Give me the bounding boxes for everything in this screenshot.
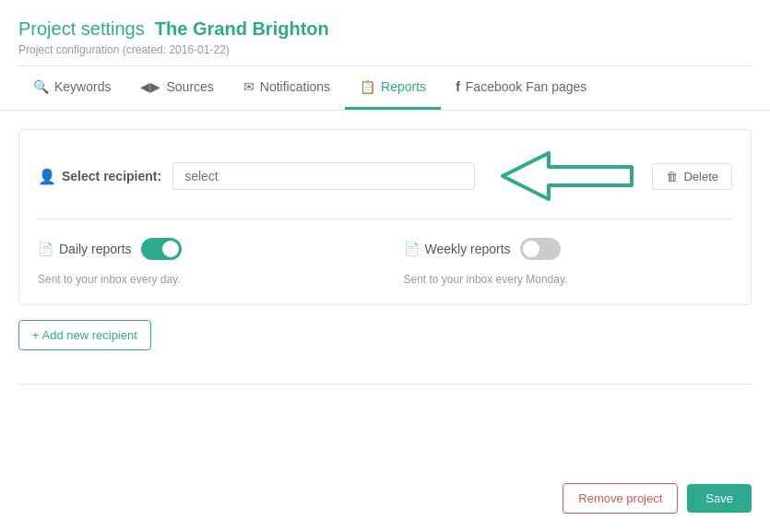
daily-report-desc: Sent to your inbox every day. — [38, 273, 367, 286]
facebook-icon: f — [456, 79, 460, 94]
page-subtitle: Project configuration (created: 2016-01-… — [18, 43, 752, 56]
daily-report-icon: 📄 — [38, 242, 53, 256]
trash-icon: 🗑 — [666, 170, 678, 183]
svg-marker-0 — [503, 153, 632, 199]
daily-report-text: Daily reports — [59, 242, 132, 256]
tab-reports-label: Reports — [381, 79, 426, 94]
recipient-card: 👤 Select recipient: 🗑 Delete — [18, 129, 752, 305]
daily-report-label: 📄 Daily reports — [38, 242, 132, 256]
project-name: The Grand Brighton — [155, 18, 329, 39]
daily-report-item: 📄 Daily reports Sent to your inbox every… — [38, 238, 367, 286]
reports-icon: 📋 — [360, 79, 375, 94]
notifications-icon: ✉ — [243, 79, 255, 94]
sources-icon: ◀▶ — [140, 79, 160, 94]
add-recipient-button[interactable]: + Add new recipient — [18, 320, 151, 350]
weekly-report-item: 📄 Weekly reports Sent to your inbox ever… — [404, 238, 733, 286]
tab-notifications-label: Notifications — [260, 79, 330, 94]
tab-facebook-label: Facebook Fan pages — [466, 79, 587, 94]
weekly-report-label: 📄 Weekly reports — [404, 242, 511, 256]
delete-button[interactable]: 🗑 Delete — [652, 163, 732, 190]
page-header: Project settings The Grand Brighton Proj… — [0, 0, 770, 65]
select-recipient-row: 👤 Select recipient: 🗑 Delete — [38, 148, 732, 219]
bottom-divider — [18, 384, 752, 384]
select-recipient-text: Select recipient: — [62, 169, 161, 183]
daily-report-toggle[interactable] — [141, 238, 182, 260]
weekly-report-toggle[interactable] — [520, 238, 561, 260]
reports-row: 📄 Daily reports Sent to your inbox every… — [38, 238, 732, 286]
main-content: 👤 Select recipient: 🗑 Delete — [0, 111, 770, 369]
title-static: Project settings — [18, 18, 145, 39]
weekly-report-header: 📄 Weekly reports — [404, 238, 733, 260]
footer-actions: Remove project Save — [563, 483, 752, 514]
select-recipient-label: 👤 Select recipient: — [38, 168, 161, 185]
tab-facebook[interactable]: f Facebook Fan pages — [441, 66, 601, 110]
tab-reports[interactable]: 📋 Reports — [345, 66, 441, 110]
add-recipient-label: + Add new recipient — [32, 328, 137, 342]
save-label: Save — [705, 491, 733, 505]
weekly-report-icon: 📄 — [404, 242, 420, 256]
arrow-annotation — [493, 148, 641, 204]
tab-notifications[interactable]: ✉ Notifications — [229, 66, 345, 110]
tab-keywords[interactable]: 🔍 Keywords — [18, 66, 125, 110]
weekly-report-desc: Sent to your inbox every Monday. — [404, 273, 733, 286]
remove-project-label: Remove project — [578, 491, 662, 505]
weekly-report-text: Weekly reports — [425, 242, 511, 256]
save-button[interactable]: Save — [687, 484, 752, 513]
tab-keywords-label: Keywords — [54, 79, 111, 94]
arrow-svg — [493, 148, 641, 204]
search-icon: 🔍 — [33, 79, 49, 94]
delete-label: Delete — [683, 170, 718, 183]
page-title: Project settings The Grand Brighton — [18, 18, 752, 40]
tab-sources[interactable]: ◀▶ Sources — [125, 66, 228, 110]
daily-report-header: 📄 Daily reports — [38, 238, 367, 260]
remove-project-button[interactable]: Remove project — [563, 483, 678, 514]
person-icon: 👤 — [38, 168, 56, 185]
daily-toggle-slider — [141, 238, 182, 260]
weekly-toggle-slider — [520, 238, 561, 260]
tabs-nav: 🔍 Keywords ◀▶ Sources ✉ Notifications 📋 … — [0, 66, 770, 111]
tab-sources-label: Sources — [166, 79, 213, 94]
recipient-select-input[interactable] — [172, 162, 475, 190]
